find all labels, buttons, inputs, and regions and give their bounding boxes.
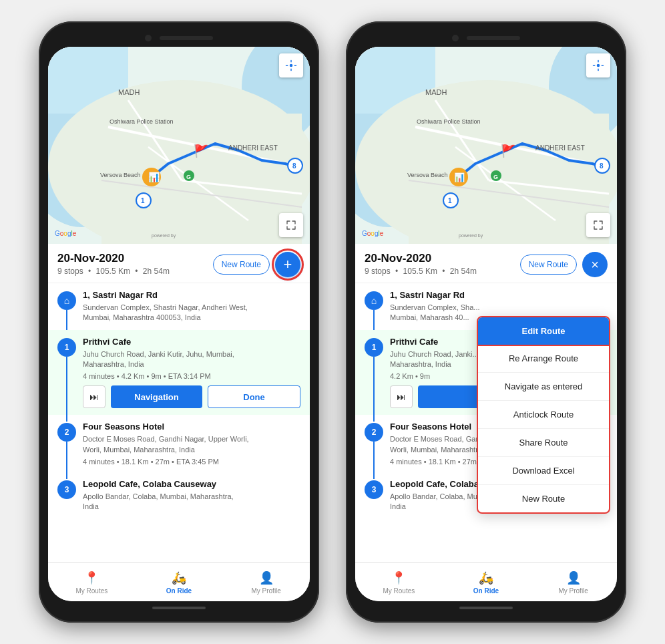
svg-text:G: G	[186, 174, 191, 180]
nav-item-profile-2[interactable]: 👤 My Profile	[529, 571, 617, 595]
action-row-1: ⏭ Navigation Done	[83, 385, 300, 408]
new-route-button-2[interactable]: New Route	[520, 255, 577, 275]
stop-name-0: 1, Sastri Nagar Rd	[83, 290, 300, 301]
dropdown-item-edit-route[interactable]: Edit Route	[477, 316, 610, 346]
stop-item-2: 2 Four Seasons Hotel Doctor E Moses Road…	[48, 415, 310, 472]
home-indicator-2	[459, 607, 513, 609]
svg-text:G: G	[493, 174, 498, 180]
plus-button-1[interactable]: +	[275, 252, 300, 277]
route-header-1: 20-Nov-2020 9 stops • 105.5 Km • 2h 54m …	[48, 244, 310, 283]
phone-2: MADH Oshiwara Police Station ANDHERI EAS…	[346, 21, 626, 623]
stop-item-0: ⌂ 1, Sastri Nagar Rd Sundervan Complex, …	[48, 283, 310, 330]
stop-icon-2: 2	[57, 423, 76, 442]
svg-text:1: 1	[448, 197, 452, 204]
nav-item-on-ride-1[interactable]: 🛵 On Ride	[136, 571, 223, 595]
stop-icon-2-2: 2	[365, 423, 383, 442]
location-button-2[interactable]	[586, 53, 610, 77]
route-header-2: 20-Nov-2020 9 stops • 105.5 Km • 2h 54m …	[355, 244, 617, 283]
phone-screen-1: MADH Oshiwara Police Station ANDHERI EAS…	[48, 47, 310, 601]
svg-text:MADH: MADH	[118, 88, 140, 96]
fullscreen-button-1[interactable]	[279, 213, 303, 237]
navigation-button-1[interactable]: Navigation	[111, 385, 202, 408]
stop-icon-2-1: 1	[365, 338, 383, 357]
stop-address-0: Sundervan Complex, Shastri Nagar, Andher…	[83, 303, 300, 323]
camera-dot	[145, 35, 152, 41]
skip-button-1[interactable]: ⏭	[83, 385, 105, 408]
fullscreen-button-2[interactable]	[586, 213, 610, 237]
stop-line-1	[66, 357, 67, 422]
stop-icon-3: 3	[57, 480, 76, 499]
stop-name-2: Four Seasons Hotel	[83, 422, 300, 433]
dropdown-item-navigate-as-entered[interactable]: Navigate as entered	[478, 373, 609, 401]
stop-item-1: 1 Prithvi Cafe Juhu Church Road, Janki K…	[48, 330, 310, 416]
bottom-nav-1: 📍 My Routes 🛵 On Ride 👤 My Profile	[48, 562, 310, 601]
stop-item-3: 3 Leopold Cafe, Colaba Causeway Apollo B…	[48, 472, 310, 519]
skip-button-2-1[interactable]: ⏭	[390, 385, 413, 408]
content-area-2: 20-Nov-2020 9 stops • 105.5 Km • 2h 54m …	[355, 244, 617, 562]
map-area-1: MADH Oshiwara Police Station ANDHERI EAS…	[48, 47, 310, 244]
done-button-1[interactable]: Done	[208, 385, 300, 408]
svg-text:ANDHERI EAST: ANDHERI EAST	[228, 144, 278, 152]
stop-address-3: Apollo Bandar, Colaba, Mumbai, Maharasht…	[83, 492, 300, 512]
my-routes-label-2: My Routes	[383, 587, 415, 595]
bottom-nav-2: 📍 My Routes 🛵 On Ride 👤 My Profile	[355, 562, 617, 601]
stop-icon-2-3: 3	[365, 480, 383, 499]
stop-name-2-0: 1, Sastri Nagar Rd	[390, 290, 608, 301]
my-routes-icon-1: 📍	[84, 571, 99, 585]
stop-name-3: Leopold Cafe, Colaba Causeway	[83, 479, 300, 490]
phone-screen-2: MADH Oshiwara Police Station ANDHERI EAS…	[355, 47, 617, 601]
route-meta-1: 9 stops • 105.5 Km • 2h 54m	[57, 267, 170, 276]
nav-item-on-ride-2[interactable]: 🛵 On Ride	[443, 571, 530, 595]
dropdown-item-download[interactable]: Download Excel	[478, 457, 609, 485]
google-logo-1: Google	[55, 230, 76, 237]
svg-text:🚩: 🚩	[194, 144, 209, 158]
home-indicator-1	[152, 607, 206, 609]
svg-text:MADH: MADH	[425, 88, 447, 96]
route-list-1: ⌂ 1, Sastri Nagar Rd Sundervan Complex, …	[48, 283, 310, 562]
svg-point-25	[290, 64, 293, 67]
on-ride-label-1: On Ride	[166, 587, 192, 595]
stop-meta-1: 4 minutes • 4.2 Km • 9m • ETA 3:14 PM	[83, 372, 300, 380]
phone-1: MADH Oshiwara Police Station ANDHERI EAS…	[39, 21, 319, 623]
nav-item-my-routes-1[interactable]: 📍 My Routes	[48, 571, 136, 595]
nav-item-profile-1[interactable]: 👤 My Profile	[222, 571, 310, 595]
svg-text:powered by: powered by	[459, 233, 483, 238]
svg-point-51	[597, 64, 600, 67]
stop-name-1: Prithvi Cafe	[83, 337, 300, 348]
on-ride-label-2: On Ride	[473, 587, 499, 595]
svg-text:ANDHERI EAST: ANDHERI EAST	[535, 144, 585, 152]
stop-icon-1: 1	[57, 338, 76, 357]
route-meta-2: 9 stops • 105.5 Km • 2h 54m	[365, 267, 477, 276]
my-routes-label-1: My Routes	[75, 587, 107, 595]
stop-address-1: Juhu Church Road, Janki Kutir, Juhu, Mum…	[83, 349, 300, 370]
header-buttons-2: New Route ×	[520, 252, 608, 277]
nav-item-my-routes-2[interactable]: 📍 My Routes	[355, 571, 443, 595]
close-button-2[interactable]: ×	[582, 252, 608, 277]
svg-text:1: 1	[141, 197, 145, 204]
svg-text:Versova Beach: Versova Beach	[100, 172, 141, 178]
map-area-2: MADH Oshiwara Police Station ANDHERI EAS…	[355, 47, 617, 244]
stop-address-2: Doctor E Moses Road, Gandhi Nagar, Upper…	[83, 434, 300, 455]
profile-icon-2: 👤	[566, 571, 581, 585]
svg-text:8: 8	[600, 162, 604, 170]
profile-label-1: My Profile	[251, 587, 280, 595]
speaker-bar-2	[467, 36, 520, 40]
stop-icon-2-home: ⌂	[365, 291, 383, 310]
profile-icon-1: 👤	[259, 571, 274, 585]
stop-line-2-1	[373, 357, 375, 422]
dropdown-item-anticlock[interactable]: Anticlock Route	[478, 401, 609, 429]
svg-text:Versova Beach: Versova Beach	[407, 172, 448, 178]
dropdown-item-share[interactable]: Share Route	[478, 429, 609, 457]
svg-text:🚩: 🚩	[501, 144, 516, 158]
svg-text:📊: 📊	[454, 172, 465, 183]
svg-text:8: 8	[292, 162, 296, 170]
dropdown-item-new-route[interactable]: New Route	[478, 485, 609, 512]
location-button-1[interactable]	[279, 53, 303, 77]
dropdown-item-rearrange[interactable]: Re Arrange Route	[478, 345, 609, 373]
route-date-2: 20-Nov-2020	[365, 252, 477, 265]
camera-dot-2	[452, 35, 459, 41]
stop-meta-2: 4 minutes • 18.1 Km • 27m • ETA 3:45 PM	[83, 458, 300, 466]
svg-text:📊: 📊	[148, 172, 160, 183]
on-ride-icon-1: 🛵	[172, 571, 186, 585]
new-route-button-1[interactable]: New Route	[213, 255, 270, 275]
